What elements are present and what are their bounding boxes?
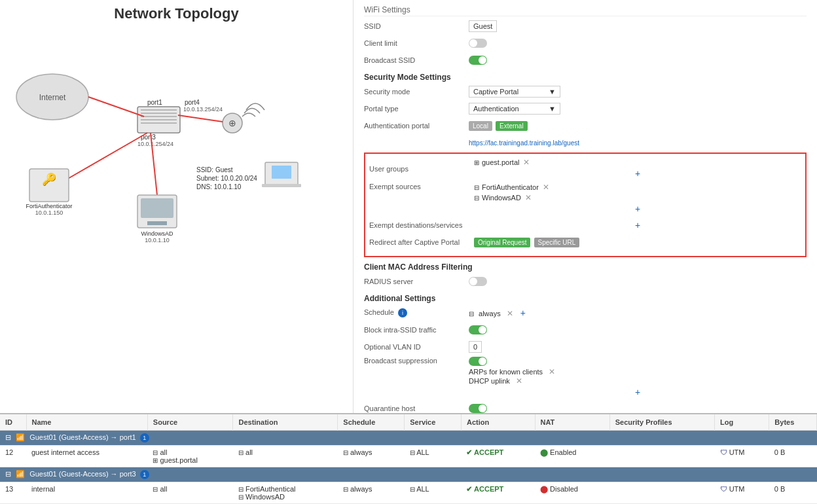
col-id: ID <box>0 414 26 431</box>
local-button[interactable]: Local <box>469 121 492 131</box>
svg-text:10.0.1.150: 10.0.1.150 <box>35 209 64 216</box>
dropdown-arrow2-icon: ▼ <box>549 105 556 113</box>
col-service: Service <box>405 414 462 431</box>
svg-text:WindowsAD: WindowsAD <box>141 230 173 237</box>
svg-rect-30 <box>272 166 291 179</box>
row2-source: ⊟ all <box>147 482 233 504</box>
row1-security-profiles <box>609 446 714 467</box>
block-intra-toggle[interactable] <box>469 325 487 334</box>
client-mac-section: Client MAC Address Filtering RADIUS serv… <box>364 262 807 289</box>
group2-collapse-icon[interactable]: ⊟ <box>5 470 11 478</box>
exempt-dest-add-button[interactable]: + <box>474 220 801 230</box>
schedule-add-button[interactable]: + <box>520 308 526 318</box>
group2-wifi-icon: 📶 <box>16 470 25 478</box>
svg-line-13 <box>88 97 144 117</box>
row1-source: ⊟ all ⊞ guest.portal <box>147 446 233 467</box>
portal-type-dropdown[interactable]: Authentication ▼ <box>469 103 560 115</box>
broadcast-item2: DHCP uplink <box>469 377 510 385</box>
radius-server-toggle[interactable] <box>469 277 487 286</box>
broadcast-item1-remove-icon[interactable]: ✕ <box>549 367 555 376</box>
row2-security-profiles <box>609 482 714 504</box>
exempt-source1-remove-icon[interactable]: ✕ <box>543 183 549 192</box>
group2-label: Guest01 (Guest-Access) → port3 <box>29 470 136 478</box>
security-mode-section: Security Mode Settings Security mode Cap… <box>364 73 807 257</box>
topology-title: Network Topology <box>0 5 353 22</box>
exempt-source2-value: WindowsAD <box>482 194 521 202</box>
svg-text:port4: port4 <box>185 99 200 106</box>
svg-text:🔑: 🔑 <box>42 172 57 187</box>
additional-settings-section: Additional Settings Schedule i ⊟ always … <box>364 294 807 413</box>
table-row[interactable]: 13 internal ⊟ all ⊟ FortiAuthentical ⊟ <box>0 482 817 504</box>
broadcast-suppression-toggle[interactable] <box>469 357 487 366</box>
client-limit-label: Client limit <box>364 39 469 47</box>
col-security-profiles: Security Profiles <box>609 414 714 431</box>
client-limit-toggle[interactable] <box>469 39 487 48</box>
security-mode-label: Security mode <box>364 88 469 96</box>
exempt-sources-add-button[interactable]: + <box>474 204 801 214</box>
ssid-value: Guest <box>469 20 497 32</box>
block-intra-label: Block intra-SSID traffic <box>364 326 469 334</box>
exempt-source2-remove-icon[interactable]: ✕ <box>525 193 532 202</box>
exempt-dest-label: Exempt destinations/services <box>369 221 474 229</box>
svg-text:DNS:  10.0.1.10: DNS: 10.0.1.10 <box>196 183 242 190</box>
user-groups-add-button[interactable]: + <box>474 168 801 179</box>
wifi-settings-title: WiFi Settings <box>364 5 807 16</box>
broadcast-suppression-label: Broadcast suppression <box>364 357 469 365</box>
row1-id: 12 <box>0 446 26 467</box>
user-groups-remove-icon[interactable]: ✕ <box>523 158 530 167</box>
row1-destination: ⊟ all <box>233 446 338 467</box>
schedule-value: always <box>479 310 501 317</box>
col-schedule: Schedule <box>338 414 405 431</box>
col-log: Log <box>715 414 769 431</box>
broadcast-ssid-label: Broadcast SSID <box>364 56 469 64</box>
ssid-label: SSID <box>364 22 469 30</box>
group1-info-icon: 1 <box>140 433 149 442</box>
table-row[interactable]: 12 guest internet access ⊟ all ⊞ guest.p… <box>0 446 817 467</box>
col-name: Name <box>26 414 147 431</box>
schedule-remove-icon[interactable]: ✕ <box>507 309 513 318</box>
security-mode-dropdown[interactable]: Captive Portal ▼ <box>469 86 560 98</box>
broadcast-item2-remove-icon[interactable]: ✕ <box>516 376 522 386</box>
row2-schedule: ⊟ always <box>338 482 405 504</box>
quarantine-label: Quarantine host <box>364 405 469 412</box>
specific-url-button[interactable]: Specific URL <box>534 238 580 247</box>
auth-portal-url: https://fac.trainingad.training.lab/gues… <box>469 139 579 147</box>
col-bytes: Bytes <box>769 414 817 431</box>
row1-name: guest internet access <box>26 446 147 467</box>
optional-vlan-value: 0 <box>469 341 482 353</box>
broadcast-item1: ARPs for known clients <box>469 368 543 376</box>
svg-rect-21 <box>141 198 173 218</box>
highlighted-settings-box: User groups ⊞ guest.portal ✕ + Exempt <box>364 153 807 257</box>
exempt-sources-label: Exempt sources <box>369 183 474 190</box>
client-mac-title: Client MAC Address Filtering <box>364 262 807 272</box>
user-groups-value: guest.portal <box>482 158 519 166</box>
svg-text:FortiAuthenticator: FortiAuthenticator <box>26 203 72 209</box>
svg-line-27 <box>178 115 223 122</box>
row1-action: ✔ ACCEPT <box>461 446 535 467</box>
svg-text:Subnet: 10.0.20.0/24: Subnet: 10.0.20.0/24 <box>196 175 257 182</box>
broadcast-add-button[interactable]: + <box>469 387 807 397</box>
svg-text:port1: port1 <box>147 99 162 106</box>
security-mode-title: Security Mode Settings <box>364 73 807 82</box>
svg-text:10.0.1.254/24: 10.0.1.254/24 <box>137 141 173 147</box>
wifi-settings-section: WiFi Settings SSID Guest Client limit Br… <box>364 5 807 67</box>
auth-portal-label: Authentication portal <box>364 122 469 130</box>
dropdown-arrow-icon: ▼ <box>549 88 556 96</box>
external-button[interactable]: External <box>496 121 528 131</box>
group1-label: Guest01 (Guest-Access) → port1 <box>29 433 136 441</box>
row1-bytes: 0 B <box>769 446 817 467</box>
broadcast-ssid-toggle[interactable] <box>469 56 487 65</box>
row2-nat: ⬤ Disabled <box>535 482 609 504</box>
row2-name: internal <box>26 482 147 504</box>
row2-bytes: 0 B <box>769 482 817 504</box>
row1-log: 🛡 UTM <box>715 446 769 467</box>
quarantine-toggle[interactable] <box>469 404 487 413</box>
original-request-button[interactable]: Original Request <box>474 238 530 247</box>
group1-collapse-icon[interactable]: ⊟ <box>5 433 11 441</box>
redirect-label: Redirect after Captive Portal <box>369 238 474 246</box>
svg-rect-22 <box>147 221 167 225</box>
svg-text:10.0.13.254/24: 10.0.13.254/24 <box>183 106 223 113</box>
row2-service: ⊟ ALL <box>405 482 462 504</box>
group-row-1: ⊟ 📶 Guest01 (Guest-Access) → port1 1 <box>0 431 817 446</box>
col-action: Action <box>461 414 535 431</box>
